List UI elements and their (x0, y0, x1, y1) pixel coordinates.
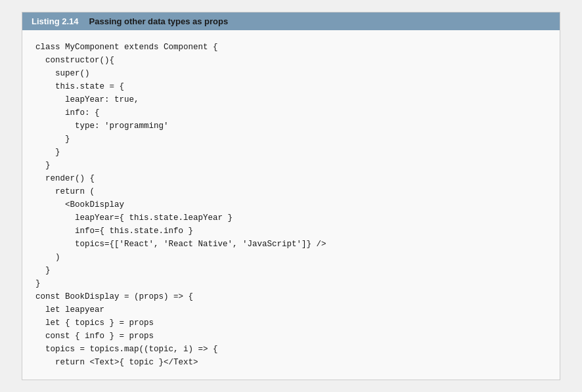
code-line-10: } (35, 161, 51, 170)
code-line-14: leapYear={ this.state.leapYear } (35, 213, 233, 223)
code-line-19: } (35, 279, 41, 288)
code-line-11: render() { (35, 174, 95, 183)
code-line-3: super() (35, 69, 90, 78)
code-line-2: constructor(){ (35, 56, 114, 65)
code-line-20: const BookDisplay = (props) => { (35, 292, 193, 301)
code-line-17: ) (35, 253, 60, 262)
code-line-12: return ( (35, 187, 95, 196)
code-line-15: info={ this.state.info } (35, 227, 193, 236)
code-line-23: const { info } = props (35, 332, 154, 341)
code-block: class MyComponent extends Component { co… (22, 30, 560, 380)
code-line-16: topics={['React', 'React Native', 'JavaS… (35, 240, 326, 249)
code-line-18: } (35, 266, 51, 275)
listing-title: Passing other data types as props (89, 16, 229, 26)
code-line-25: return <Text>{ topic }</Text> (35, 358, 198, 367)
listing-container: Listing 2.14 Passing other data types as… (22, 12, 560, 380)
code-line-9: } (35, 148, 60, 157)
code-line-13: <BookDisplay (35, 200, 124, 209)
code-line-8: } (35, 135, 70, 144)
code-line-1: class MyComponent extends Component { (35, 43, 218, 52)
code-line-22: let { topics } = props (35, 318, 154, 328)
code-line-7: type: 'programming' (35, 121, 169, 131)
listing-label: Listing 2.14 (32, 16, 79, 26)
code-line-4: this.state = { (35, 82, 124, 91)
code-line-5: leapYear: true, (35, 95, 139, 104)
listing-header: Listing 2.14 Passing other data types as… (22, 12, 560, 30)
code-line-24: topics = topics.map((topic, i) => { (35, 345, 218, 354)
code-line-21: let leapyear (35, 305, 104, 315)
code-line-6: info: { (35, 108, 100, 118)
